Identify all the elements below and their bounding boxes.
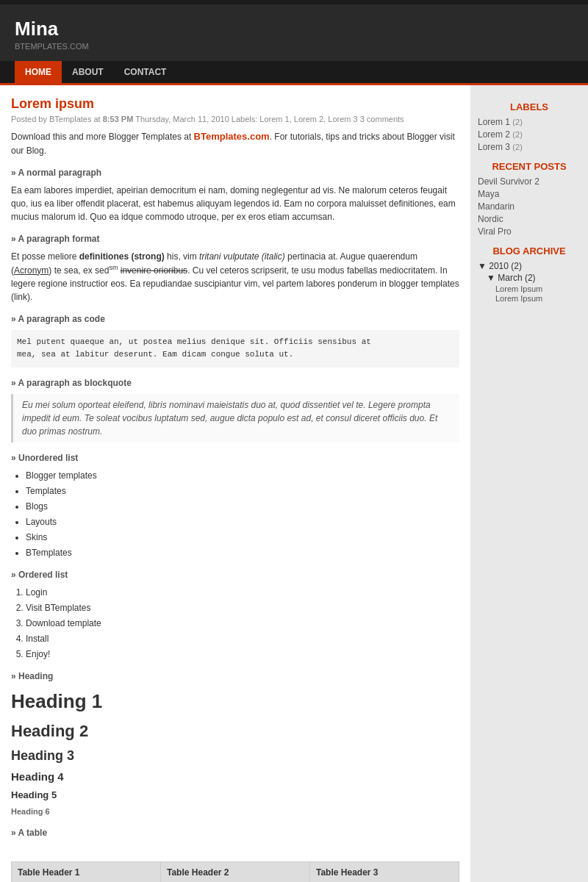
archive-list: ▼ 2010 (2) ▼ March (2) Lorem Ipsum Lorem… <box>478 261 581 303</box>
unordered-list: Blogger templates Templates Blogs Layout… <box>26 469 459 559</box>
post-1-body: Download this and more Blogger Templates… <box>11 129 459 882</box>
table-header-2: Table Header 2 <box>161 862 310 882</box>
section-paragraph-code: A paragraph as code <box>11 312 459 326</box>
heading-2-demo: Heading 2 <box>11 719 459 743</box>
header: Mina BTEMPLATES.COM <box>0 4 588 61</box>
sidebar-item-lorem2[interactable]: Lorem 2 (2) <box>478 129 581 140</box>
section-paragraph-format: A paragraph format <box>11 232 459 245</box>
post-1-meta: Posted by BTemplates at 8:53 PM Thursday… <box>11 115 459 123</box>
archive-year-2010[interactable]: ▼ 2010 (2) <box>478 261 581 271</box>
list-item: Visit BTemplates <box>26 601 459 614</box>
list-item: Skins <box>26 531 459 544</box>
archive-title: BLOG ARCHIVE <box>478 245 581 257</box>
recent-posts-title: RECENT POSTS <box>478 161 581 172</box>
nav-home[interactable]: HOME <box>15 61 62 83</box>
list-item: BTemplates <box>26 546 459 559</box>
site-title: Mina <box>15 18 573 40</box>
section-table: A table <box>11 826 459 839</box>
heading-6-demo: Heading 6 <box>11 806 459 818</box>
post-1-title[interactable]: Lorem ipsum <box>11 96 459 112</box>
labels-title: LABELS <box>478 101 581 112</box>
list-item: Enjoy! <box>26 648 459 661</box>
main-content: Lorem ipsum Posted by BTemplates at 8:53… <box>0 85 470 882</box>
post-table: Table Header 1 Table Header 2 Table Head… <box>11 861 459 882</box>
table-header-3: Table Header 3 <box>310 862 459 882</box>
list-item: Blogs <box>26 500 459 513</box>
sidebar-item-lorem3[interactable]: Lorem 3 (2) <box>478 142 581 152</box>
recent-post-nordic[interactable]: Nordic <box>478 214 581 224</box>
recent-post-maya[interactable]: Maya <box>478 189 581 199</box>
blockquote: Eu mei solum oporteat eleifend, libris n… <box>11 394 459 442</box>
nav-contact[interactable]: CONTACT <box>114 61 177 83</box>
list-item: Install <box>26 632 459 645</box>
sidebar-item-lorem1[interactable]: Lorem 1 (2) <box>478 117 581 127</box>
post-1: Lorem ipsum Posted by BTemplates at 8:53… <box>11 96 459 882</box>
section-ordered-list: Ordered list <box>11 568 459 581</box>
section-paragraph-blockquote: A paragraph as blockquote <box>11 376 459 390</box>
heading-4-demo: Heading 4 <box>11 769 459 786</box>
archive-post-2[interactable]: Lorem Ipsum <box>495 294 581 303</box>
recent-post-mandarin[interactable]: Mandarin <box>478 201 581 212</box>
heading-5-demo: Heading 5 <box>11 788 459 803</box>
section-heading: Heading <box>11 670 459 683</box>
nav-about[interactable]: ABOUT <box>62 61 114 83</box>
ordered-list: Login Visit BTemplates Download template… <box>26 586 459 661</box>
list-item: Blogger templates <box>26 469 459 482</box>
heading-1-demo: Heading 1 <box>11 687 459 716</box>
btemplates-logo-1: BTemplates.com <box>194 131 270 142</box>
labels-list: Lorem 1 (2) Lorem 2 (2) Lorem 3 (2) <box>478 117 581 152</box>
archive-post-1[interactable]: Lorem Ipsum <box>495 284 581 293</box>
section-normal-paragraph: A normal paragraph <box>11 166 459 179</box>
recent-posts-list: Devil Survivor 2 Maya Mandarin Nordic Vi… <box>478 176 581 237</box>
code-block: Mel putent quaeque an, ut postea melius … <box>11 330 459 368</box>
list-item: Layouts <box>26 515 459 528</box>
heading-3-demo: Heading 3 <box>11 746 459 766</box>
table-header-1: Table Header 1 <box>12 862 161 882</box>
recent-post-viral-pro[interactable]: Viral Pro <box>478 226 581 237</box>
archive-month-march[interactable]: ▼ March (2) <box>487 273 581 283</box>
list-item: Templates <box>26 484 459 498</box>
layout: Lorem ipsum Posted by BTemplates at 8:53… <box>0 85 588 882</box>
list-item: Download template <box>26 617 459 630</box>
section-unordered-list: Unordered list <box>11 451 459 465</box>
recent-post-devil-survivor[interactable]: Devil Survivor 2 <box>478 176 581 187</box>
site-subtitle: BTEMPLATES.COM <box>15 42 573 51</box>
sidebar: LABELS Lorem 1 (2) Lorem 2 (2) Lorem 3 (… <box>470 85 588 882</box>
nav: HOME ABOUT CONTACT <box>0 61 588 85</box>
list-item: Login <box>26 586 459 599</box>
